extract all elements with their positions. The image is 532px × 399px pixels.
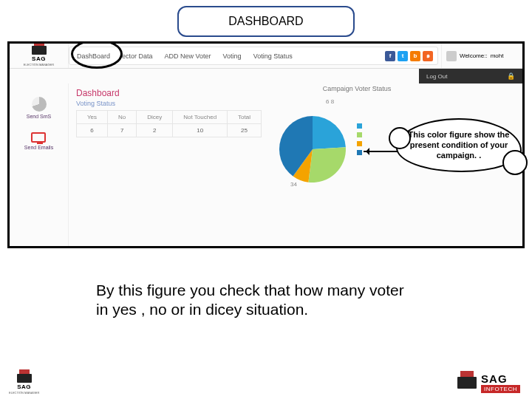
rss-icon[interactable]: ๑: [423, 51, 433, 61]
table-header-row: Yes No Dicey Not Touched Total: [77, 111, 262, 124]
val-no: 7: [108, 124, 137, 137]
sidebar-item-send-sms[interactable]: Send SmS: [27, 97, 51, 119]
nav-add-voter[interactable]: ADD New Voter: [162, 51, 214, 61]
legend-swatch: [357, 150, 362, 155]
footer-brand-sub: INFOTECH: [481, 385, 520, 393]
welcome-user: moht: [491, 52, 504, 59]
logout-label: Log Out: [426, 73, 447, 80]
col-no: No: [108, 111, 137, 124]
col-nottouched: Not Touched: [173, 111, 228, 124]
pie-slice: [313, 116, 346, 149]
brand-logo: SAG ELECTION MANAGER: [10, 44, 69, 68]
col-yes: Yes: [77, 111, 108, 124]
table-row: 6 7 2 10 25: [77, 124, 262, 137]
pie-label-top: 6 8: [326, 98, 334, 105]
pie-label-bottom: 34: [290, 181, 297, 188]
legend-swatch: [357, 132, 362, 137]
top-bar: SAG ELECTION MANAGER DashBoard ector Dat…: [10, 44, 522, 69]
sub-bar: Log Out 🔒: [10, 69, 522, 83]
sidebar: Send SmS Send Emails: [10, 83, 69, 246]
monitor-icon: [31, 132, 46, 143]
sidebar-item-label: Send Emails: [24, 145, 53, 150]
main-nav: DashBoard ector Data ADD New Voter Votin…: [69, 47, 438, 65]
callout-arrow: [364, 151, 398, 152]
blogger-icon[interactable]: b: [410, 51, 420, 61]
welcome-label: Welcome::: [460, 52, 488, 59]
nav-sector-data[interactable]: ector Data: [119, 51, 156, 61]
val-nottouched: 10: [173, 124, 228, 137]
pie-chart-icon: [32, 97, 47, 112]
twitter-icon[interactable]: t: [398, 51, 408, 61]
avatar-icon: [446, 51, 457, 61]
brand-name: SAG: [32, 55, 46, 62]
brand-subtitle: ELECTION MANAGER: [24, 63, 54, 66]
pie-chart: [261, 94, 379, 197]
chart-title: Campaign Voter Status: [261, 85, 453, 92]
social-icons: f t b ๑: [385, 51, 433, 61]
legend-swatch: [357, 141, 362, 146]
welcome-box: Welcome:: moht: [441, 44, 522, 68]
brand-name-small: SAG: [17, 383, 31, 390]
page-title-box: DASHBOARD: [177, 6, 355, 37]
caption-text: By this figure you check that how many v…: [96, 281, 406, 320]
val-yes: 6: [77, 124, 108, 137]
nav-voting-status[interactable]: Voting Status: [250, 51, 296, 61]
nav-dashboard[interactable]: DashBoard: [74, 51, 113, 61]
left-badge: SAG ELECTION MANAGER: [9, 374, 39, 395]
footer-brand: SAG INFOTECH: [457, 372, 520, 393]
brand-subtitle-small: ELECTION MANAGER: [9, 391, 39, 395]
ballot-box-icon: [457, 377, 477, 389]
facebook-icon[interactable]: f: [385, 51, 395, 61]
sidebar-item-label: Send SmS: [27, 114, 51, 119]
legend-swatch: [357, 123, 362, 129]
col-total: Total: [228, 111, 262, 124]
lock-icon: 🔒: [507, 72, 515, 80]
sidebar-item-send-emails[interactable]: Send Emails: [24, 132, 53, 150]
val-dicey: 2: [137, 124, 173, 137]
pie-slice: [308, 147, 346, 183]
ballot-box-icon: [32, 46, 47, 55]
footer-brand-name: SAG: [481, 372, 508, 385]
page-title: DASHBOARD: [228, 15, 303, 27]
val-total: 25: [228, 124, 262, 137]
col-dicey: Dicey: [137, 111, 173, 124]
logout-bar[interactable]: Log Out 🔒: [419, 69, 522, 83]
callout-text: This color figure show the present condi…: [409, 130, 510, 160]
ballot-box-icon: [17, 374, 32, 383]
voting-stats-table: Yes No Dicey Not Touched Total 6 7 2 10 …: [76, 110, 262, 137]
nav-voting[interactable]: Voting: [220, 51, 245, 61]
